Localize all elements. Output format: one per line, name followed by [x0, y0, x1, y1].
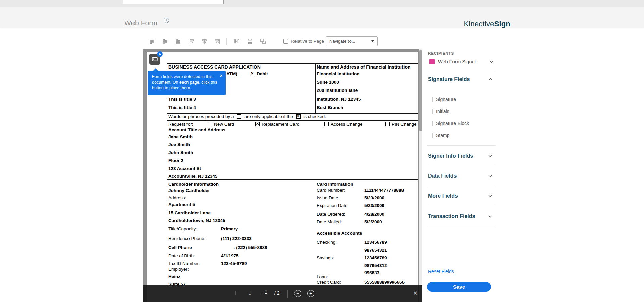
request-option: Access Change [331, 121, 363, 127]
chevron-down-icon[interactable] [488, 215, 492, 218]
cardholder-address-line: Cardholdertown, NJ 12345 [168, 218, 225, 223]
doc-debit-label: Debit [257, 71, 268, 77]
field-item-signature[interactable]: Signature [427, 93, 496, 105]
doc-fi-line: Suite 1000 [317, 79, 339, 85]
doc-atm-fragment: ATM) [226, 71, 237, 77]
reset-fields-link[interactable]: Reset Fields [428, 269, 454, 274]
checkbox-checked-icon [255, 122, 260, 126]
field-detection-tooltip: Form fields were detected in this docume… [148, 71, 226, 95]
zoom-out-button[interactable]: − [294, 290, 301, 297]
page-down-icon[interactable]: ↓ [246, 289, 254, 297]
cardholder-row-value: (111) 222-3333 [221, 236, 252, 241]
section-title: Signer Info Fields [428, 153, 473, 159]
cardholder-address-line: Apartment 5 [168, 202, 195, 207]
account-row-label: Loan: [317, 274, 328, 280]
doc-title: BUSINESS ACCESS CARD APPLICATION [168, 64, 261, 70]
chevron-down-icon[interactable] [490, 60, 494, 63]
chevron-down-icon[interactable] [488, 175, 492, 177]
align-bottom-icon[interactable] [173, 37, 183, 46]
page-title: Web Form [124, 19, 157, 27]
recipient-name: Web Form Signer [438, 59, 490, 64]
field-item-initials[interactable]: Initials [427, 105, 496, 117]
cardinfo-row-value: 5/2/2000 [364, 219, 382, 225]
place-fields-button[interactable]: 6 [149, 54, 160, 65]
checkbox-unchecked-icon [385, 122, 390, 126]
save-button[interactable]: Save [427, 282, 491, 292]
drag-handle-icon [432, 109, 433, 114]
field-item-label: Signature Block [436, 121, 469, 126]
checkbox-unchecked-icon [324, 122, 329, 126]
section-signer-info-fields[interactable]: Signer Info Fields [427, 146, 496, 166]
page-number-input[interactable] [261, 289, 271, 295]
match-size-icon[interactable] [258, 37, 268, 46]
chevron-up-icon[interactable] [488, 78, 492, 81]
table-border-top [167, 63, 418, 64]
app-header: Web Form i KinectiveSign [0, 7, 644, 28]
zoom-in-button[interactable]: + [307, 290, 314, 297]
vertical-scrollbar[interactable] [419, 49, 422, 302]
doc-title4: This is title 4 [168, 105, 196, 110]
field-item-stamp[interactable]: Stamp [427, 129, 496, 141]
employer-line: Heinz [168, 274, 180, 279]
section-data-fields[interactable]: Data Fields [427, 166, 496, 186]
close-toolbar-icon[interactable]: ✕ [413, 290, 418, 296]
signature-field-list: Signature Initials Signature Block Stamp [427, 88, 496, 146]
account-row-value: 5555888899996666 [364, 279, 405, 285]
distribute-vertical-icon[interactable] [245, 37, 255, 46]
doc-words-row: Words or phrases preceded by a are only … [168, 114, 326, 119]
cardinfo-row-value: 1111444477778888 [364, 187, 404, 193]
page-total-label: / 2 [274, 290, 280, 296]
field-item-signature-block[interactable]: Signature Block [427, 117, 496, 129]
navigate-dropdown-label: Navigate to... [329, 39, 371, 44]
align-middle-icon[interactable] [160, 37, 170, 46]
drag-handle-icon [432, 97, 433, 102]
doc-cardinfo-heading: Card Information [317, 181, 353, 187]
field-item-label: Stamp [436, 133, 449, 138]
account-row-label: Checking: [317, 239, 337, 245]
section-transaction-fields[interactable]: Transaction Fields [427, 206, 496, 226]
recipient-selector[interactable]: Web Form Signer [427, 57, 496, 68]
document-viewer: BUSINESS ACCESS CARD APPLICATION ATM) De… [143, 49, 422, 302]
chevron-down-icon[interactable] [488, 155, 492, 157]
cardholder-address-label: Address: [168, 195, 186, 201]
align-right-icon[interactable] [212, 37, 222, 46]
cardinfo-row-value: 5/23/2000 [364, 195, 384, 201]
section-signature-fields[interactable]: Signature Fields [427, 70, 496, 88]
field-item-label: Initials [436, 109, 449, 114]
page-up-icon[interactable]: ↑ [231, 289, 240, 297]
info-icon[interactable]: i [164, 18, 169, 23]
scrollbar-thumb[interactable] [419, 50, 422, 131]
cardinfo-row-label: Issue Date: [317, 195, 339, 201]
relative-to-page-checkbox[interactable]: Relative to Page [283, 39, 324, 44]
doc-fi-line: Financial Institution [317, 71, 360, 77]
cardholder-row-value: Primary [221, 226, 238, 232]
account-line: 123 Account St [168, 166, 201, 171]
partial-tab [123, 0, 224, 4]
align-left-icon[interactable] [186, 37, 196, 46]
doc-fi-line: 200 Institution lane [317, 87, 358, 93]
account-row-value: 123456789 [364, 239, 387, 245]
relative-to-page-label: Relative to Page [291, 39, 324, 44]
account-line: John Smith [168, 149, 193, 155]
account-row-label: Credit Card: [317, 279, 341, 285]
account-row-value: 996633 [364, 270, 379, 276]
section-title: Signature Fields [428, 76, 470, 82]
align-top-icon[interactable] [147, 37, 157, 46]
account-line: Floor 2 [168, 158, 183, 163]
align-center-icon[interactable] [199, 37, 209, 46]
section-more-fields[interactable]: More Fields [427, 186, 496, 206]
cardholder-row-label: Title/Capacity: [168, 226, 197, 232]
account-row-value: 987654312 [364, 263, 387, 268]
cardholder-row-label: Tax ID Number: [168, 261, 200, 266]
distribute-horizontal-icon[interactable] [232, 37, 242, 46]
recipient-color-swatch [429, 59, 435, 64]
close-icon[interactable]: ✕ [219, 73, 223, 79]
brand-logo: KinectiveSign [464, 20, 511, 28]
cardinfo-row-label: Card Number: [317, 187, 345, 193]
chevron-down-icon[interactable] [488, 195, 492, 197]
chevron-down-icon [371, 40, 374, 42]
navigate-dropdown[interactable]: Navigate to... [326, 36, 378, 46]
cardinfo-row-value: 5/23/2009 [364, 203, 384, 208]
field-item-label: Signature [436, 97, 456, 102]
brand-sign: Sign [494, 20, 511, 28]
